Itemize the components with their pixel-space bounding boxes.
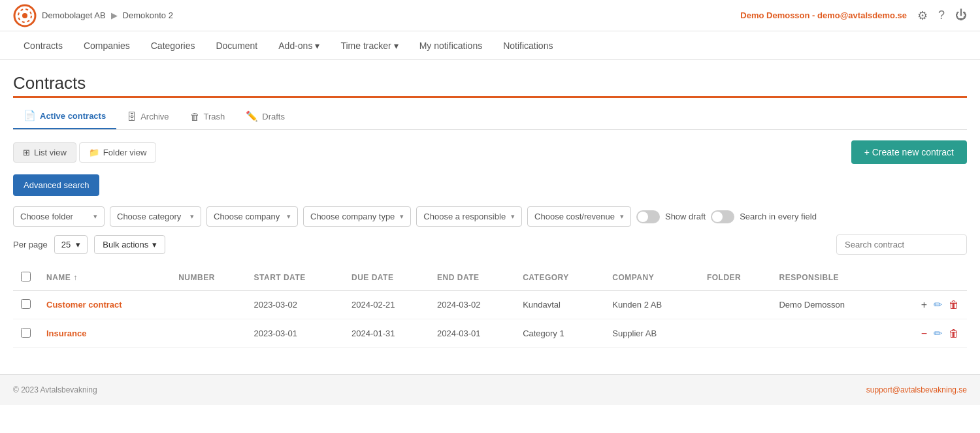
topbar-right: Demo Demosson - demo@avtalsdemo.se ⚙ ? ⏻ [740, 8, 967, 23]
row1-company: Kunden 2 AB [604, 291, 699, 319]
nav-mynotifications[interactable]: My notifications [409, 33, 493, 59]
company-type-chevron-icon: ▾ [400, 212, 404, 221]
list-view-icon: ⊞ [23, 148, 30, 157]
bulk-actions-button[interactable]: Bulk actions ▾ [94, 235, 165, 254]
page-title: Contracts [13, 73, 967, 93]
col-end-date: END DATE [429, 265, 515, 291]
create-contract-button[interactable]: + Create new contract [851, 140, 967, 164]
account-name: Demokonto 2 [123, 10, 173, 20]
navbar: Contracts Companies Categories Document … [0, 31, 980, 60]
filter-row: Choose folder ▾ Choose category ▾ Choose… [13, 206, 967, 227]
filter-category[interactable]: Choose category ▾ [110, 206, 201, 227]
row1-edit-button[interactable]: ✏ [934, 298, 942, 311]
list-view-button[interactable]: ⊞ List view [13, 142, 76, 163]
col-actions [889, 265, 967, 291]
table-body: Customer contract 2023-03-02 2024-02-21 … [13, 291, 967, 348]
options-left: Per page 25 ▾ Bulk actions ▾ [13, 235, 165, 254]
nav-companies[interactable]: Companies [73, 33, 140, 59]
row1-category: Kundavtal [515, 291, 604, 319]
table-row: Insurance 2023-03-01 2024-01-31 2024-03-… [13, 319, 967, 348]
folder-view-button[interactable]: 📁 Folder view [79, 142, 156, 163]
active-contracts-icon: 📄 [24, 110, 36, 121]
timetracker-chevron-icon: ▾ [394, 40, 399, 51]
addons-chevron-icon: ▾ [315, 40, 319, 51]
row1-checkbox [13, 291, 39, 319]
row1-end-date: 2024-03-02 [429, 291, 515, 319]
tab-drafts[interactable]: ✏️ Drafts [235, 104, 295, 129]
row1-name: Customer contract [39, 291, 171, 319]
col-name[interactable]: NAME ↑ [39, 265, 171, 291]
folder-chevron-icon: ▾ [93, 212, 97, 221]
per-page-select[interactable]: 25 ▾ [54, 235, 88, 254]
advanced-search-button[interactable]: Advanced search [13, 174, 99, 196]
nav-document[interactable]: Document [205, 33, 268, 59]
folder-view-icon: 📁 [89, 148, 99, 157]
col-folder: FOLDER [699, 265, 772, 291]
nav-categories[interactable]: Categories [140, 33, 206, 59]
row2-select-checkbox[interactable] [21, 328, 31, 338]
show-draft-toggle[interactable] [636, 210, 660, 223]
col-checkbox [13, 265, 39, 291]
row1-start-date: 2023-03-02 [246, 291, 344, 319]
show-draft-toggle-knob [638, 212, 648, 222]
cost-revenue-chevron-icon: ▾ [620, 212, 624, 221]
tab-trash[interactable]: 🗑 Trash [180, 104, 236, 129]
trash-icon: 🗑 [190, 111, 200, 122]
filter-cost-revenue[interactable]: Choose cost/revenue ▾ [527, 206, 631, 227]
row1-add-button[interactable]: + [921, 299, 927, 311]
row2-checkbox [13, 319, 39, 348]
filter-folder[interactable]: Choose folder ▾ [13, 206, 105, 227]
row1-select-checkbox[interactable] [21, 299, 31, 309]
bulk-actions-chevron-icon: ▾ [152, 240, 157, 249]
filter-responsible[interactable]: Choose a responsible ▾ [416, 206, 522, 227]
breadcrumb-arrow: ▶ [111, 10, 118, 20]
help-icon[interactable]: ? [938, 8, 945, 22]
search-every-field-toggle[interactable] [711, 210, 734, 223]
row2-start-date: 2023-03-01 [246, 319, 344, 348]
options-row: Per page 25 ▾ Bulk actions ▾ [13, 234, 967, 255]
table-header: NAME ↑ NUMBER START DATE DUE DATE END DA… [13, 265, 967, 291]
topbar-user: Demo Demosson - demo@avtalsdemo.se [740, 10, 907, 20]
show-draft-toggle-group: Show draft [636, 210, 706, 223]
filter-company-type[interactable]: Choose company type ▾ [303, 206, 411, 227]
row2-delete-button[interactable]: 🗑 [949, 328, 959, 340]
row2-company: Supplier AB [604, 319, 699, 348]
row1-number [171, 291, 246, 319]
row2-minus-button[interactable]: − [921, 328, 927, 340]
search-every-field-knob [712, 212, 723, 222]
logout-icon[interactable]: ⏻ [955, 8, 967, 22]
settings-icon[interactable]: ⚙ [917, 8, 928, 23]
row2-responsible [771, 319, 889, 348]
nav-contracts[interactable]: Contracts [13, 33, 73, 59]
col-responsible: RESPONSIBLE [771, 265, 889, 291]
row1-actions: + ✏ 🗑 [889, 291, 967, 319]
view-toggle: ⊞ List view 📁 Folder view [13, 142, 156, 163]
tab-active-contracts[interactable]: 📄 Active contracts [13, 103, 116, 129]
select-all-checkbox[interactable] [21, 272, 31, 281]
nav-notifications[interactable]: Notifications [493, 33, 563, 59]
nav-timetracker[interactable]: Time tracker ▾ [330, 33, 408, 59]
col-category: CATEGORY [515, 265, 604, 291]
nav-addons[interactable]: Add-ons ▾ [268, 33, 330, 59]
search-contract-input[interactable] [836, 234, 967, 255]
topbar-left: Demobolaget AB ▶ Demokonto 2 [13, 4, 173, 27]
row1-responsible: Demo Demosson [771, 291, 889, 319]
tab-archive[interactable]: 🗄 Archive [116, 104, 179, 129]
company-chevron-icon: ▾ [287, 212, 291, 221]
archive-icon: 🗄 [127, 111, 137, 122]
row2-actions: − ✏ 🗑 [889, 319, 967, 348]
row2-number [171, 319, 246, 348]
app-logo [13, 4, 37, 27]
row2-name: Insurance [39, 319, 171, 348]
row1-folder [699, 291, 772, 319]
footer-support-link[interactable]: support@avtalsbevakning.se [866, 385, 967, 394]
topbar: Demobolaget AB ▶ Demokonto 2 Demo Demoss… [0, 0, 980, 31]
filter-company[interactable]: Choose company ▾ [206, 206, 298, 227]
name-sort-icon: ↑ [73, 273, 78, 282]
search-every-field-toggle-group: Search in every field [711, 210, 817, 223]
row2-edit-button[interactable]: ✏ [934, 327, 942, 340]
table-row: Customer contract 2023-03-02 2024-02-21 … [13, 291, 967, 319]
per-page-chevron-icon: ▾ [76, 240, 80, 249]
row1-delete-button[interactable]: 🗑 [949, 299, 959, 311]
row2-folder [699, 319, 772, 348]
